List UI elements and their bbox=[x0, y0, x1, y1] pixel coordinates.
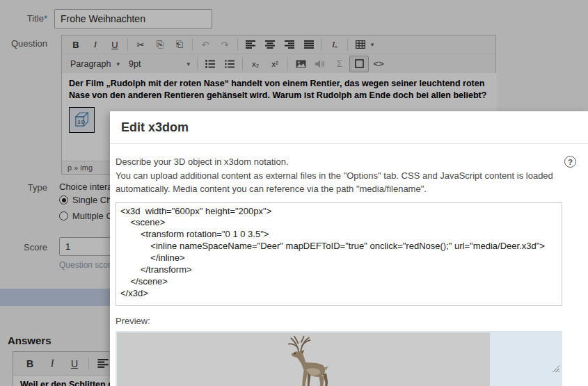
dialog-body: Describe your 3D object in x3dom notatio… bbox=[110, 144, 588, 386]
edit-x3dom-dialog: Edit x3dom Describe your 3D object in x3… bbox=[110, 111, 588, 386]
preview-label: Preview: bbox=[116, 316, 582, 326]
dialog-description-line1: Describe your 3D object in x3dom notatio… bbox=[116, 155, 571, 169]
dialog-description: Describe your 3D object in x3dom notatio… bbox=[116, 155, 571, 196]
deer-3d-model bbox=[278, 335, 344, 386]
dialog-header: Edit x3dom bbox=[110, 111, 588, 144]
x3dom-code-textarea[interactable]: <x3d width="600px" height="200px"> <scen… bbox=[116, 202, 562, 306]
preview-container bbox=[116, 331, 562, 386]
textarea-resize-handle[interactable] bbox=[553, 365, 559, 372]
help-icon[interactable]: ? bbox=[564, 156, 576, 168]
x3dom-preview-canvas[interactable] bbox=[117, 332, 490, 386]
dialog-description-line2: You can upload additional content as ext… bbox=[116, 169, 571, 196]
dialog-title: Edit x3dom bbox=[121, 120, 577, 135]
